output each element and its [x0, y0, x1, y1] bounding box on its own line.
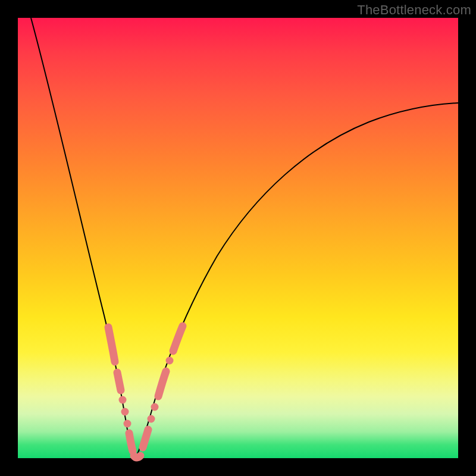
bead-segment-left-3	[129, 433, 133, 451]
bead-segment-right-1	[143, 430, 148, 447]
bead-segment-right-3	[173, 326, 183, 351]
curve-layer	[18, 18, 458, 458]
bead-segment-right-2	[158, 371, 166, 396]
bead-segment-bottom	[134, 456, 140, 458]
bead-dot-right-2	[151, 403, 159, 411]
curve-right-branch	[135, 103, 458, 458]
bead-dot-right-3	[166, 357, 174, 365]
bead-dot-left-1	[119, 396, 127, 404]
bead-segment-left-2	[117, 372, 121, 390]
bead-dot-left-2	[121, 408, 129, 416]
bead-dot-left-3	[124, 420, 131, 428]
bead-dot-right-1	[148, 415, 155, 423]
chart-frame: TheBottleneck.com	[0, 0, 476, 476]
plot-area	[18, 18, 458, 458]
watermark-text: TheBottleneck.com	[357, 2, 471, 18]
bead-segment-left-1	[108, 327, 115, 362]
